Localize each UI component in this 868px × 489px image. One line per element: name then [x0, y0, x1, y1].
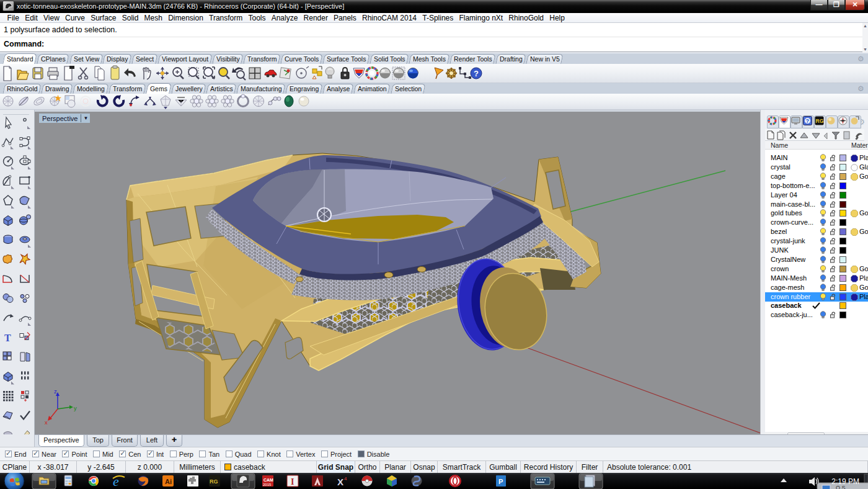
svg-text:RG: RG	[816, 118, 824, 124]
svg-text:x: x	[45, 419, 48, 426]
svg-text:?: ?	[806, 118, 810, 124]
svg-text:?: ?	[474, 69, 479, 78]
svg-text:z: z	[54, 388, 57, 395]
svg-text:RG: RG	[210, 478, 218, 485]
svg-text:T: T	[4, 333, 11, 343]
svg-text:I: I	[291, 477, 294, 487]
svg-text:P: P	[498, 478, 503, 485]
svg-text:4: 4	[344, 476, 347, 482]
svg-text:y: y	[74, 405, 77, 411]
svg-text:Ai: Ai	[165, 478, 172, 485]
svg-text:X: X	[337, 477, 343, 487]
svg-text:CAM: CAM	[264, 478, 273, 482]
svg-text:2015: 2015	[263, 483, 272, 487]
